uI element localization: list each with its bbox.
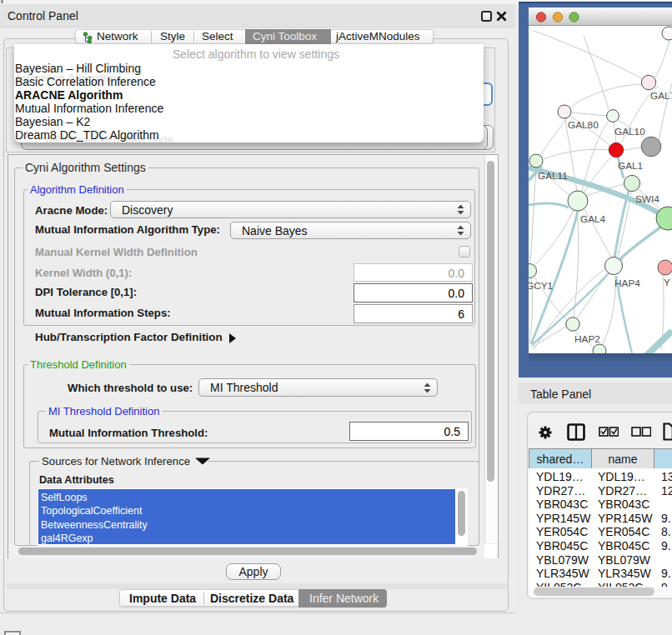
- svg-text:GAL1: GAL1: [618, 160, 643, 172]
- svg-text:SWI4: SWI4: [635, 193, 659, 205]
- svg-text:GAL4: GAL4: [580, 213, 606, 225]
- svg-text:HAP4: HAP4: [614, 278, 640, 289]
- svg-text:Y: Y: [664, 277, 670, 288]
- svg-text:GCY1: GCY1: [529, 280, 553, 292]
- svg-text:HAP2: HAP2: [574, 333, 600, 345]
- svg-text:GAL80: GAL80: [568, 119, 599, 131]
- svg-text:GAL7: GAL7: [650, 90, 672, 102]
- svg-text:GAL10: GAL10: [614, 126, 645, 138]
- svg-text:GAL11: GAL11: [538, 170, 568, 182]
